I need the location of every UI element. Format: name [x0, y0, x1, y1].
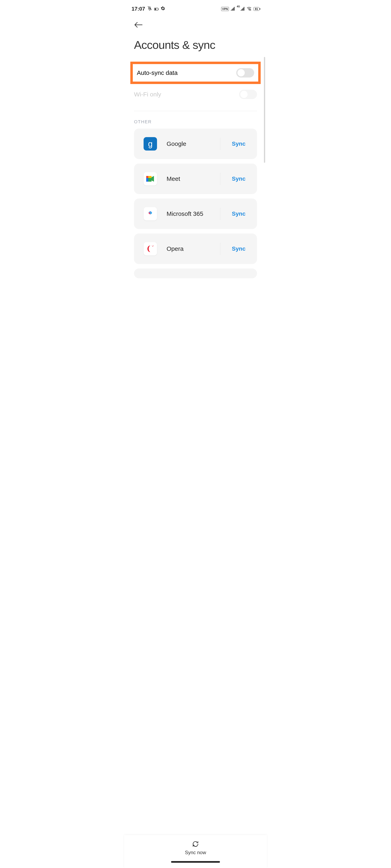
auto-sync-label: Auto-sync data: [137, 69, 177, 76]
wifi-icon: [246, 6, 252, 12]
svg-rect-2: [155, 8, 156, 10]
sync-button[interactable]: Sync: [220, 176, 257, 182]
account-row-partial[interactable]: [134, 269, 257, 278]
dnd-icon: [147, 6, 152, 12]
account-name: Google: [167, 141, 220, 147]
svg-rect-1: [158, 8, 159, 10]
wifi-only-toggle: [239, 90, 257, 99]
sync-button[interactable]: Sync: [220, 141, 257, 147]
svg-point-4: [250, 9, 251, 10]
svg-point-9: [152, 246, 152, 246]
google-icon: g: [144, 137, 157, 151]
auto-sync-toggle[interactable]: [236, 68, 254, 78]
account-row-opera[interactable]: Opera Sync: [134, 234, 257, 264]
wifi-only-row: Wi-Fi only: [124, 84, 267, 105]
gear-icon: [161, 6, 165, 12]
account-row-google[interactable]: g Google Sync: [134, 129, 257, 159]
status-bar: 17:07 VPN 4G 81: [124, 0, 267, 14]
vpn-badge: VPN: [221, 7, 229, 11]
account-row-meet[interactable]: Meet Sync: [134, 163, 257, 194]
divider: [134, 111, 257, 111]
account-name: Meet: [167, 175, 220, 182]
svg-point-3: [249, 10, 249, 10]
svg-text:g: g: [148, 140, 152, 148]
account-name: Opera: [167, 245, 220, 252]
scroll-indicator[interactable]: [264, 57, 265, 163]
battery-icon: 81: [253, 7, 259, 11]
battery-small-icon: [154, 6, 159, 12]
section-label: OTHER: [124, 119, 267, 129]
auto-sync-row[interactable]: Auto-sync data: [130, 62, 261, 84]
account-row-ms365[interactable]: Microsoft 365 Sync: [134, 198, 257, 229]
account-list: g Google Sync Meet Sync: [124, 129, 267, 278]
sync-button[interactable]: Sync: [220, 211, 257, 217]
ms365-icon: [144, 207, 157, 220]
account-name: Microsoft 365: [167, 210, 220, 217]
opera-icon: [144, 242, 157, 255]
page-title: Accounts & sync: [134, 38, 257, 52]
signal-1-icon: [230, 6, 235, 12]
svg-point-8: [153, 246, 153, 246]
meet-icon: [144, 172, 157, 186]
sync-button[interactable]: Sync: [220, 246, 257, 252]
back-button[interactable]: [134, 20, 143, 30]
svg-point-7: [152, 246, 153, 247]
signal-2-icon: [240, 6, 245, 12]
wifi-only-label: Wi-Fi only: [134, 91, 161, 98]
network-type: 4G: [236, 5, 240, 8]
status-time: 17:07: [132, 6, 145, 12]
